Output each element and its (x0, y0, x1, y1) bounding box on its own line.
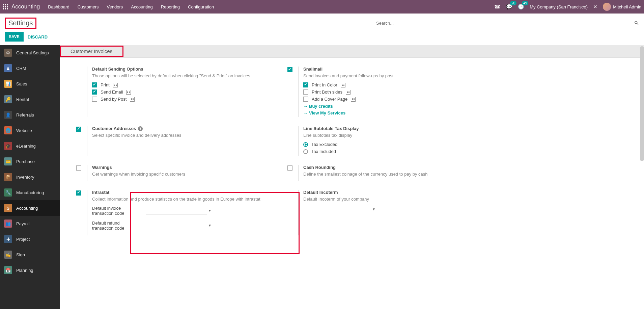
checkbox-send-post[interactable] (92, 97, 97, 102)
setting-desc: Send invoices and payment follow-ups by … (303, 73, 485, 79)
company-selector[interactable]: My Company (San Francisco) (530, 4, 588, 9)
project-icon: ✚ (4, 235, 12, 243)
search-icon[interactable] (634, 20, 639, 26)
setting-tax-display: Line Subtotals Tax Display Line subtotal… (287, 126, 485, 156)
checkbox-snailmail[interactable] (287, 67, 292, 72)
chevron-down-icon: ▼ (208, 209, 212, 212)
tools-icon[interactable]: ✕ (593, 4, 597, 10)
nav-menu: Dashboard Customers Vendors Accounting R… (48, 4, 214, 9)
avatar (603, 3, 611, 11)
link-buy-credits[interactable]: →Buy credits (303, 104, 485, 109)
messages-icon[interactable]: 💬20 (506, 4, 512, 10)
setting-desc: Select specific invoice and delivery add… (92, 132, 274, 138)
sidebar-label: eLearning (16, 144, 36, 149)
dropdown-incoterm[interactable] (303, 206, 371, 213)
building-icon[interactable] (351, 97, 356, 102)
crm-icon: ♟ (4, 64, 12, 72)
save-button[interactable]: SAVE (5, 32, 24, 42)
setting-desc: Define the smallest coinage of the curre… (303, 171, 485, 177)
radio-tax-excluded[interactable] (303, 142, 308, 147)
setting-customer-addresses: Customer Addresses? Select specific invo… (76, 126, 274, 156)
sales-icon: 📊 (4, 80, 12, 88)
sidebar-label: Sales (16, 81, 27, 86)
dropdown-refund-code[interactable] (146, 222, 207, 229)
sidebar-label: Referrals (16, 112, 34, 118)
sidebar-item-inventory[interactable]: 📦Inventory (0, 169, 60, 185)
sidebar-label: Manufacturing (16, 190, 44, 195)
nav-accounting[interactable]: Accounting (131, 4, 152, 9)
sidebar-label: Project (16, 237, 30, 242)
nav-configuration[interactable]: Configuration (188, 4, 214, 9)
support-icon[interactable]: ☎ (494, 4, 501, 10)
messages-badge: 20 (510, 1, 516, 5)
search-input[interactable] (376, 19, 634, 27)
building-icon[interactable] (130, 97, 135, 102)
setting-label: Intrastat (92, 190, 274, 195)
checkbox-print-both[interactable] (303, 89, 308, 95)
dropdown-invoice-code[interactable] (146, 207, 207, 214)
checkbox-cover-page[interactable] (303, 97, 308, 102)
sidebar-item-planning[interactable]: 📅Planning (0, 262, 60, 278)
breadcrumb-row: Settings (0, 14, 644, 30)
setting-intrastat: Intrastat Collect information and produc… (76, 190, 274, 235)
sidebar-item-elearning[interactable]: 🎓eLearning (0, 138, 60, 154)
link-view-services[interactable]: →View My Services (303, 110, 485, 115)
referrals-icon: 👤 (4, 111, 12, 119)
opt-label: Print (101, 82, 110, 87)
top-navbar: Accounting Dashboard Customers Vendors A… (0, 0, 644, 14)
sidebar-item-payroll[interactable]: 👥Payroll (0, 216, 60, 231)
building-icon[interactable] (126, 90, 131, 95)
setting-default-sending: Default Sending Options Those options wi… (76, 67, 274, 117)
scrollbar-thumb[interactable] (640, 46, 644, 161)
nav-vendors[interactable]: Vendors (107, 4, 123, 9)
nav-dashboard[interactable]: Dashboard (48, 4, 69, 9)
user-menu[interactable]: Mitchell Admin (603, 3, 641, 11)
checkbox-intrastat[interactable] (76, 190, 81, 196)
sidebar-item-referrals[interactable]: 👤Referrals (0, 107, 60, 123)
sidebar-label: Payroll (16, 221, 30, 226)
building-icon[interactable] (346, 90, 351, 95)
opt-label: Tax Excluded (311, 142, 337, 147)
elearning-icon: 🎓 (4, 142, 12, 150)
sidebar-label: Rental (16, 97, 29, 102)
search-bar[interactable] (376, 19, 639, 28)
sidebar-label: Website (16, 128, 32, 133)
radio-tax-included[interactable] (303, 149, 308, 154)
sidebar-item-sales[interactable]: 📊Sales (0, 76, 60, 92)
checkbox-send-email[interactable] (92, 89, 97, 95)
sidebar-item-manufacturing[interactable]: 🔧Manufacturing (0, 185, 60, 200)
sidebar-item-project[interactable]: ✚Project (0, 231, 60, 247)
checkbox-print[interactable] (92, 82, 97, 87)
field-label: Default refund transaction code (92, 221, 139, 231)
activities-icon[interactable]: 🕐49 (518, 4, 524, 10)
apps-icon[interactable] (3, 4, 8, 9)
checkbox-print-color[interactable] (303, 82, 308, 87)
field-label: Default invoice transaction code (92, 206, 139, 216)
settings-sidebar: ⚙General Settings ♟CRM 📊Sales 🔑Rental 👤R… (0, 45, 60, 309)
user-name: Mitchell Admin (613, 4, 641, 9)
setting-desc: Collect information and produce statisti… (92, 196, 274, 202)
sidebar-label: Accounting (16, 206, 38, 211)
section-header: Customer Invoices (60, 45, 644, 58)
checkbox-warnings[interactable] (76, 165, 81, 171)
sidebar-item-rental[interactable]: 🔑Rental (0, 92, 60, 107)
help-icon[interactable]: ? (138, 126, 143, 131)
checkbox-cash-rounding[interactable] (287, 165, 292, 171)
sidebar-item-purchase[interactable]: 💳Purchase (0, 154, 60, 169)
opt-label: Send by Post (101, 97, 127, 102)
sidebar-item-accounting[interactable]: $Accounting (0, 200, 60, 216)
building-icon[interactable] (113, 83, 118, 87)
building-icon[interactable] (341, 83, 345, 87)
sidebar-item-website[interactable]: 🌐Website (0, 123, 60, 138)
nav-customers[interactable]: Customers (78, 4, 99, 9)
sidebar-item-crm[interactable]: ♟CRM (0, 60, 60, 76)
sidebar-item-general[interactable]: ⚙General Settings (0, 45, 60, 60)
sidebar-item-sign[interactable]: ✍Sign (0, 247, 60, 262)
checkbox-customer-addresses[interactable] (76, 127, 81, 132)
discard-button[interactable]: DISCARD (28, 34, 48, 40)
setting-label: Customer Addresses? (92, 126, 274, 131)
app-brand[interactable]: Accounting (11, 3, 40, 10)
nav-reporting[interactable]: Reporting (161, 4, 180, 9)
setting-label: Line Subtotals Tax Display (303, 126, 485, 131)
arrow-icon: → (303, 110, 308, 115)
